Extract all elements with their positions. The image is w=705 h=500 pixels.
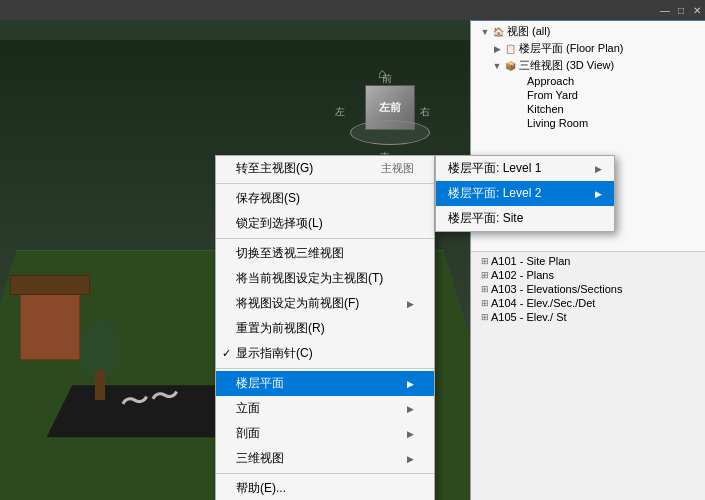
submenu-site[interactable]: 楼层平面: Site — [436, 206, 614, 231]
tree-expander-fromyard — [515, 89, 527, 101]
tree-label-a102: A102 - Plans — [491, 269, 554, 281]
tree-item-a104[interactable]: ⊞ A104 - Elev./Sec./Det — [471, 296, 705, 310]
ctx-sep-4 — [216, 473, 434, 474]
ctx-sep-1 — [216, 183, 434, 184]
tree-exp-a102: ⊞ — [479, 269, 491, 281]
minimize-button[interactable]: — — [657, 2, 673, 18]
project-browser-panel: 项目浏览器 - rac_basic_sample_project.... ✕ ▼… — [470, 0, 705, 500]
nav-label-left: 左 — [335, 105, 345, 119]
tree-canopy — [80, 320, 120, 375]
tree-item-approach[interactable]: Approach — [471, 74, 705, 88]
ctx-toggle-perspective-label: 切换至透视三维视图 — [236, 245, 344, 262]
ctx-help[interactable]: 帮助(E)... — [216, 476, 434, 500]
ctx-section-arrow: ▶ — [407, 429, 414, 439]
ctx-set-main-view[interactable]: 将当前视图设定为主视图(T) — [216, 266, 434, 291]
ctx-floor-plan[interactable]: 楼层平面 ▶ — [216, 371, 434, 396]
viewcube-ring[interactable] — [350, 120, 430, 145]
tree-item-kitchen-label: Kitchen — [527, 103, 564, 115]
ctx-sep-3 — [216, 368, 434, 369]
tree-exp-a101: ⊞ — [479, 255, 491, 267]
tree-icon-root: 🏠 — [491, 25, 505, 39]
tree-root[interactable]: ▼ 🏠 视图 (all) — [471, 23, 705, 40]
viewcube-label: 左前 — [379, 100, 401, 115]
ctx-lock-selection-label: 锁定到选择项(L) — [236, 215, 323, 232]
ctx-save-view[interactable]: 保存视图(S) — [216, 186, 434, 211]
tree-3dview-group[interactable]: ▼ 📦 三维视图 (3D View) — [471, 57, 705, 74]
ctx-lock-selection[interactable]: 锁定到选择项(L) — [216, 211, 434, 236]
tree-item-a103[interactable]: ⊞ A103 - Elevations/Sections — [471, 282, 705, 296]
submenu-level2[interactable]: 楼层平面: Level 2 ▶ — [436, 181, 614, 206]
ctx-set-front-arrow: ▶ — [407, 299, 414, 309]
tree-item-living-label: Living Room — [527, 117, 588, 129]
ctx-set-front-view[interactable]: 将视图设定为前视图(F) ▶ — [216, 291, 434, 316]
tree-item-kitchen[interactable]: Kitchen — [471, 102, 705, 116]
titlebar: — □ ✕ — [0, 0, 705, 20]
tree-item-fromyard-label: From Yard — [527, 89, 578, 101]
ctx-sep-2 — [216, 238, 434, 239]
nav-label-top: 前 — [382, 72, 392, 86]
ctx-show-compass[interactable]: 显示指南针(C) — [216, 341, 434, 366]
submenu-level1[interactable]: 楼层平面: Level 1 ▶ — [436, 156, 614, 181]
tree-exp-a104: ⊞ — [479, 297, 491, 309]
tree-expander-approach — [515, 75, 527, 87]
close-button[interactable]: ✕ — [689, 2, 705, 18]
tree-item-a105[interactable]: ⊞ A105 - Elev./ St — [471, 310, 705, 324]
building-roof — [10, 275, 90, 295]
building — [20, 290, 80, 360]
tree-item-a102[interactable]: ⊞ A102 - Plans — [471, 268, 705, 282]
submenu-site-label: 楼层平面: Site — [448, 210, 523, 227]
tree-item-approach-label: Approach — [527, 75, 574, 87]
ctx-show-compass-label: 显示指南针(C) — [236, 345, 313, 362]
tree-expander-kitchen — [515, 103, 527, 115]
tree-root-label: 视图 (all) — [507, 24, 550, 39]
ctx-toggle-perspective[interactable]: 切换至透视三维视图 — [216, 241, 434, 266]
ctx-reset-front-view[interactable]: 重置为前视图(R) — [216, 316, 434, 341]
ctx-3dview[interactable]: 三维视图 ▶ — [216, 446, 434, 471]
tree-label-a103: A103 - Elevations/Sections — [491, 283, 622, 295]
ctx-floor-plan-arrow: ▶ — [407, 379, 414, 389]
ctx-elevation[interactable]: 立面 ▶ — [216, 396, 434, 421]
ctx-goto-home-shortcut: 主视图 — [381, 161, 414, 176]
tree-floor-plan-label: 楼层平面 (Floor Plan) — [519, 41, 624, 56]
tree-item-livingroom[interactable]: Living Room — [471, 116, 705, 130]
ctx-save-view-label: 保存视图(S) — [236, 190, 300, 207]
tree-expander: ▼ — [479, 26, 491, 38]
tree-expander-floor: ▶ — [491, 43, 503, 55]
ctx-reset-front-view-label: 重置为前视图(R) — [236, 320, 325, 337]
maximize-button[interactable]: □ — [673, 2, 689, 18]
tree-label-a105: A105 - Elev./ St — [491, 311, 567, 323]
tree-trunk — [95, 370, 105, 400]
tree-icon-floor: 📋 — [503, 42, 517, 56]
ctx-3dview-label: 三维视图 — [236, 450, 284, 467]
lower-tree-section: ⊞ A101 - Site Plan ⊞ A102 - Plans ⊞ A103… — [471, 251, 705, 324]
ctx-goto-home[interactable]: 转至主视图(G) 主视图 — [216, 156, 434, 181]
ctx-goto-home-label: 转至主视图(G) — [236, 160, 313, 177]
tree-3dview-label: 三维视图 (3D View) — [519, 58, 614, 73]
context-menu: 转至主视图(G) 主视图 保存视图(S) 锁定到选择项(L) 切换至透视三维视图… — [215, 155, 435, 500]
ctx-section-label: 剖面 — [236, 425, 260, 442]
tree-exp-a105: ⊞ — [479, 311, 491, 323]
tree-label-a101: A101 - Site Plan — [491, 255, 571, 267]
ctx-elevation-label: 立面 — [236, 400, 260, 417]
submenu-level2-arrow: ▶ — [595, 189, 602, 199]
submenu-level1-label: 楼层平面: Level 1 — [448, 160, 541, 177]
ctx-floor-plan-label: 楼层平面 — [236, 375, 284, 392]
ctx-elevation-arrow: ▶ — [407, 404, 414, 414]
tree-item-fromyard[interactable]: From Yard — [471, 88, 705, 102]
ctx-section[interactable]: 剖面 ▶ — [216, 421, 434, 446]
tree-expander-3d: ▼ — [491, 60, 503, 72]
ctx-help-label: 帮助(E)... — [236, 480, 286, 497]
ctx-set-front-view-label: 将视图设定为前视图(F) — [236, 295, 359, 312]
tree-item-a101[interactable]: ⊞ A101 - Site Plan — [471, 254, 705, 268]
tree-expander-living — [515, 117, 527, 129]
ctx-3dview-arrow: ▶ — [407, 454, 414, 464]
ctx-set-main-view-label: 将当前视图设定为主视图(T) — [236, 270, 383, 287]
nav-label-right: 右 — [420, 105, 430, 119]
floor-plan-submenu: 楼层平面: Level 1 ▶ 楼层平面: Level 2 ▶ 楼层平面: Si… — [435, 155, 615, 232]
tree-icon-3d: 📦 — [503, 59, 517, 73]
tree-floor-plan-group[interactable]: ▶ 📋 楼层平面 (Floor Plan) — [471, 40, 705, 57]
tree-exp-a103: ⊞ — [479, 283, 491, 295]
tree-label-a104: A104 - Elev./Sec./Det — [491, 297, 595, 309]
submenu-level2-label: 楼层平面: Level 2 — [448, 185, 541, 202]
submenu-level1-arrow: ▶ — [595, 164, 602, 174]
